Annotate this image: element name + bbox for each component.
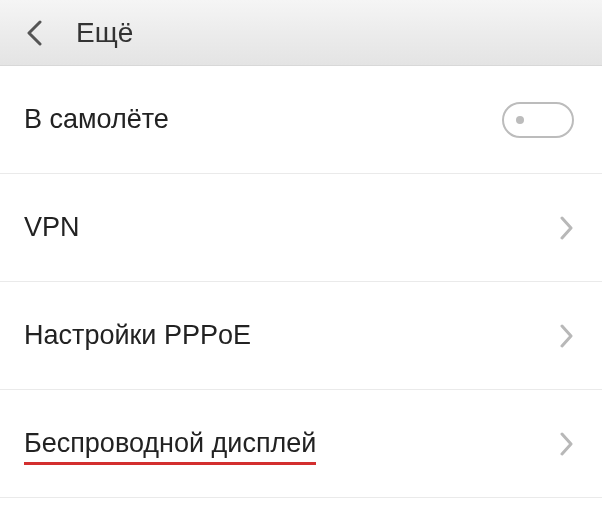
item-vpn[interactable]: VPN — [0, 174, 602, 282]
airplane-mode-toggle[interactable] — [502, 102, 574, 138]
item-label: Настройки PPPoE — [24, 320, 251, 351]
chevron-right-icon — [560, 216, 574, 240]
chevron-right-icon — [560, 324, 574, 348]
chevron-left-icon — [26, 20, 42, 46]
item-airplane-mode[interactable]: В самолёте — [0, 66, 602, 174]
item-pppoe-settings[interactable]: Настройки PPPoE — [0, 282, 602, 390]
toggle-indicator — [516, 116, 524, 124]
settings-list: В самолёте VPN Настройки PPPoE Беспровод… — [0, 66, 602, 498]
item-label: Беспроводной дисплей — [24, 428, 316, 459]
item-label: В самолёте — [24, 104, 169, 135]
item-label: VPN — [24, 212, 80, 243]
chevron-right-icon — [560, 432, 574, 456]
item-wireless-display[interactable]: Беспроводной дисплей — [0, 390, 602, 498]
page-title: Ещё — [76, 17, 133, 49]
back-button[interactable] — [20, 19, 48, 47]
header: Ещё — [0, 0, 602, 66]
